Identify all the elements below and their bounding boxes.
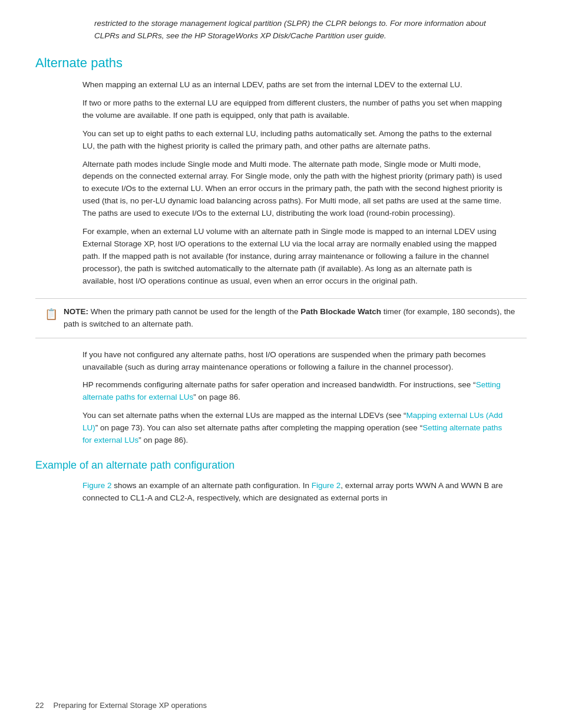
note-icon: 📋 xyxy=(45,307,58,323)
note-box: 📋 NOTE: When the primary path cannot be … xyxy=(35,298,527,338)
para-1: When mapping an external LU as an intern… xyxy=(82,79,503,91)
note-text-before-bold: When the primary path cannot be used for… xyxy=(91,307,300,316)
alternate-paths-title: Alternate paths xyxy=(35,53,527,73)
para-4: Alternate path modes include Single mode… xyxy=(82,159,503,220)
note-bold-text: Path Blockade Watch xyxy=(300,307,381,316)
intro-paragraph: restricted to the storage management log… xyxy=(94,18,503,42)
para3-after-link1: ” on page 73). You can also set alternat… xyxy=(95,423,422,432)
after-note-body: If you have not configured any alternate… xyxy=(82,349,503,447)
footer-text: Preparing for External Storage XP operat… xyxy=(53,700,207,711)
para-5: For example, when an external LU volume … xyxy=(82,226,503,288)
after-note-para-2-before: HP recommends configuring alternate path… xyxy=(82,380,476,389)
alternate-paths-body: When mapping an external LU as an intern… xyxy=(82,79,503,288)
intro-text-end: . xyxy=(384,31,386,40)
para3-after-link2: ” on page 86). xyxy=(138,436,188,444)
example-section-body: Figure 2 shows an example of an alternat… xyxy=(82,480,503,505)
figure-2-link-2[interactable]: Figure 2 xyxy=(312,481,341,490)
footer-page-number: 22 xyxy=(35,700,44,711)
footer: 22 Preparing for External Storage XP ope… xyxy=(35,700,527,711)
after-note-para-3: You can set alternate paths when the ext… xyxy=(82,410,503,447)
intro-italic: HP StorageWorks XP Disk/Cache Partition … xyxy=(194,31,384,40)
example-text-middle1: shows an example of an alternate path co… xyxy=(112,481,312,490)
example-paragraph: Figure 2 shows an example of an alternat… xyxy=(82,480,503,505)
after-note-para-2-after: ” on page 86. xyxy=(193,393,240,401)
example-section-title: Example of an alternate path configurati… xyxy=(35,457,527,474)
para3-before-link1: You can set alternate paths when the ext… xyxy=(82,411,406,420)
note-label: NOTE: xyxy=(64,307,88,316)
para-2: If two or more paths to the external LU … xyxy=(82,97,503,122)
figure-2-link-1[interactable]: Figure 2 xyxy=(82,481,112,490)
after-note-para-1: If you have not configured any alternate… xyxy=(82,349,503,374)
page: restricted to the storage management log… xyxy=(0,0,562,728)
note-text: NOTE: When the primary path cannot be us… xyxy=(64,306,517,331)
after-note-para-2: HP recommends configuring alternate path… xyxy=(82,379,503,404)
para-3: You can set up to eight paths to each ex… xyxy=(82,128,503,153)
